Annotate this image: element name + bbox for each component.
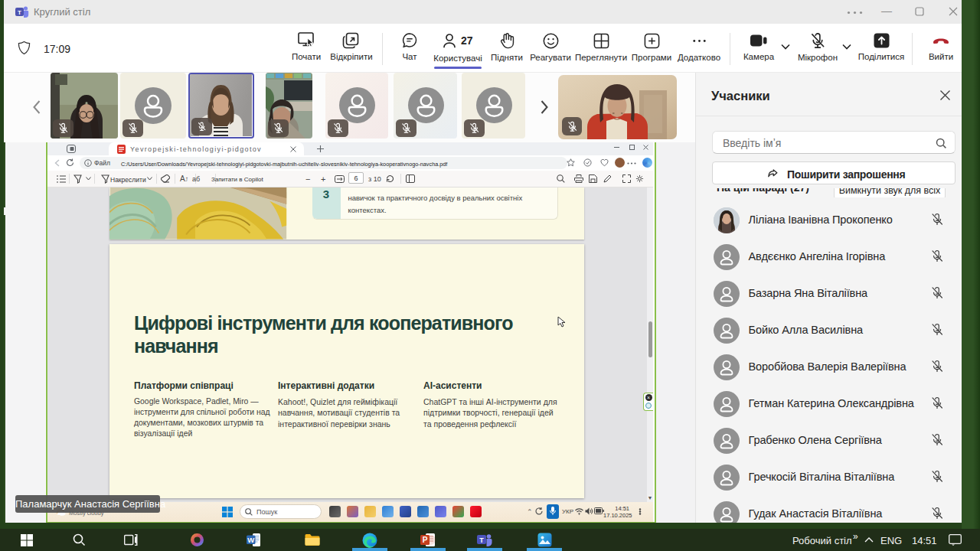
svg-text:P: P xyxy=(423,536,428,544)
svg-text:T: T xyxy=(18,9,21,16)
svg-text:T: T xyxy=(479,536,484,544)
svg-text:W: W xyxy=(247,536,254,544)
